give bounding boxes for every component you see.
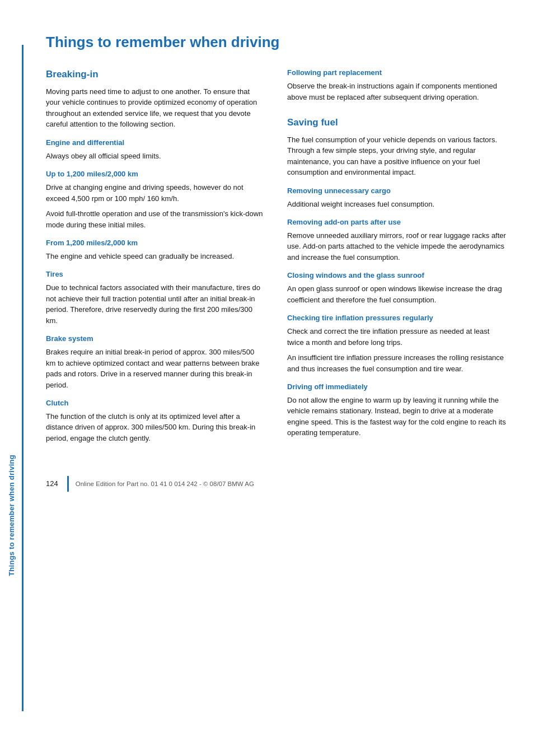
removing-addon-text: Remove unneeded auxiliary mirrors, roof … [287,230,506,263]
driving-off-text: Do not allow the engine to warm up by le… [287,395,506,438]
breaking-in-intro: Moving parts need time to adjust to one … [46,86,265,130]
driving-off-heading: Driving off immediately [287,382,506,393]
footer: 124 Online Edition for Part no. 01 41 0 … [46,470,506,492]
checking-tire-p2: An insufficient tire inflation pressure … [287,352,506,374]
from1200-heading: From 1,200 miles/2,000 km [46,238,265,249]
engine-text: Always obey all official speed limits. [46,151,265,162]
footer-border-line [67,476,69,492]
footer-copyright: Online Edition for Part no. 01 41 0 014 … [76,479,254,489]
removing-cargo-heading: Removing unnecessary cargo [287,186,506,197]
two-col-layout: Breaking-in Moving parts need time to ad… [46,68,506,448]
main-content: Things to remember when driving Breaking… [24,0,534,756]
brake-text: Brakes require an initial break-in perio… [46,347,265,390]
from1200-text: The engine and vehicle speed can gradual… [46,251,265,262]
closing-windows-heading: Closing windows and the glass sunroof [287,270,506,281]
sidebar-label: Things to remember when driving [7,455,17,576]
breaking-in-heading: Breaking-in [46,68,265,82]
page-number: 124 [46,479,58,489]
clutch-text: The function of the clutch is only at it… [46,411,265,444]
upto1200-p2: Avoid full-throttle operation and use of… [46,208,265,230]
left-column: Breaking-in Moving parts need time to ad… [46,68,265,448]
tires-heading: Tires [46,269,265,280]
sidebar: Things to remember when driving [0,0,24,756]
removing-addon-heading: Removing add-on parts after use [287,217,506,228]
right-column: Following part replacement Observe the b… [287,68,506,448]
engine-heading: Engine and differential [46,138,265,148]
page-container: Things to remember when driving Things t… [0,0,534,756]
checking-tire-p1: Check and correct the tire inflation pre… [287,326,506,348]
tires-text: Due to technical factors associated with… [46,282,265,326]
saving-fuel-heading: Saving fuel [287,116,506,130]
checking-tire-heading: Checking tire inflation pressures regula… [287,313,506,324]
clutch-heading: Clutch [46,398,265,409]
brake-heading: Brake system [46,334,265,344]
saving-fuel-intro: The fuel consumption of your vehicle dep… [287,134,506,178]
page-title: Things to remember when driving [46,34,506,51]
closing-windows-text: An open glass sunroof or open windows li… [287,283,506,305]
upto1200-p1: Drive at changing engine and driving spe… [46,182,265,204]
following-part-heading: Following part replacement [287,68,506,78]
following-part-text: Observe the break-in instructions again … [287,81,506,102]
removing-cargo-text: Additional weight increases fuel consump… [287,199,506,210]
sidebar-border [22,45,24,711]
upto1200-heading: Up to 1,200 miles/2,000 km [46,169,265,180]
